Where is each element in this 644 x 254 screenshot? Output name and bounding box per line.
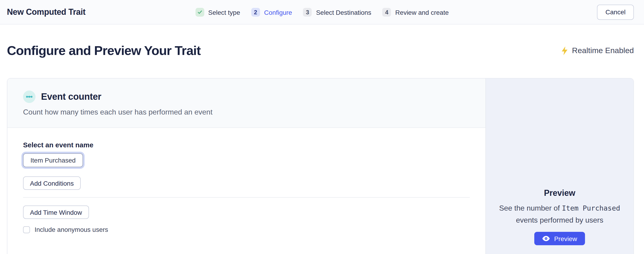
trait-type-title: Event counter [41, 91, 102, 102]
trait-card-body: Select an event name Item Purchased Add … [8, 128, 486, 233]
page-title: Configure and Preview Your Trait [7, 43, 200, 58]
eye-icon [542, 235, 550, 241]
step-label: Review and create [395, 9, 449, 16]
top-header-bar: New Computed Trait Select type 2 Configu… [0, 0, 644, 25]
step-number-badge: 3 [303, 8, 312, 17]
preview-button[interactable]: Preview [534, 232, 585, 245]
check-icon [197, 10, 202, 15]
step-configure[interactable]: 2 Configure [251, 8, 292, 17]
add-conditions-button[interactable]: Add Conditions [23, 176, 81, 190]
preview-button-label: Preview [554, 235, 577, 242]
preview-panel: Preview See the number of Item Purchased… [486, 78, 634, 254]
event-name-select[interactable]: Item Purchased [23, 153, 83, 167]
stepper: Select type 2 Configure 3 Select Destina… [195, 0, 449, 25]
event-counter-icon [23, 90, 36, 103]
trait-configuration-card: Event counter Count how many times each … [7, 78, 634, 254]
step-select-type[interactable]: Select type [195, 8, 240, 17]
step-label: Select Destinations [316, 9, 371, 16]
anonymous-users-row: Include anonymous users [23, 226, 470, 233]
event-name-label: Select an event name [23, 141, 470, 149]
step-number-badge: 4 [382, 8, 391, 17]
step-select-destinations[interactable]: 3 Select Destinations [303, 8, 371, 17]
step-label: Select type [208, 9, 240, 16]
include-anonymous-checkbox[interactable] [23, 226, 30, 233]
realtime-label: Realtime Enabled [572, 46, 634, 55]
realtime-enabled-badge: Realtime Enabled [561, 46, 634, 55]
new-computed-trait-page: New Computed Trait Select type 2 Configu… [0, 0, 644, 254]
window-title: New Computed Trait [7, 7, 86, 17]
preview-event-name: Item Purchased [562, 204, 620, 212]
page-heading-row: Configure and Preview Your Trait Realtim… [7, 43, 634, 59]
include-anonymous-label: Include anonymous users [34, 226, 108, 233]
step-label: Configure [264, 9, 292, 16]
trait-type-description: Count how many times each user has perfo… [23, 108, 486, 116]
preview-description-suffix: events performed by users [516, 216, 604, 224]
step-number-badge: 2 [251, 8, 260, 17]
preview-description-prefix: See the number of [499, 204, 560, 212]
lightning-icon [561, 46, 568, 55]
step-review-create[interactable]: 4 Review and create [382, 8, 449, 17]
trait-card-main: Event counter Count how many times each … [8, 78, 486, 254]
step-done-badge [195, 8, 204, 17]
preview-heading: Preview [486, 188, 634, 199]
cancel-button[interactable]: Cancel [597, 5, 634, 20]
add-time-window-button[interactable]: Add Time Window [23, 205, 89, 219]
trait-type-header: Event counter Count how many times each … [8, 78, 486, 128]
preview-description: See the number of Item Purchased events … [494, 202, 626, 226]
